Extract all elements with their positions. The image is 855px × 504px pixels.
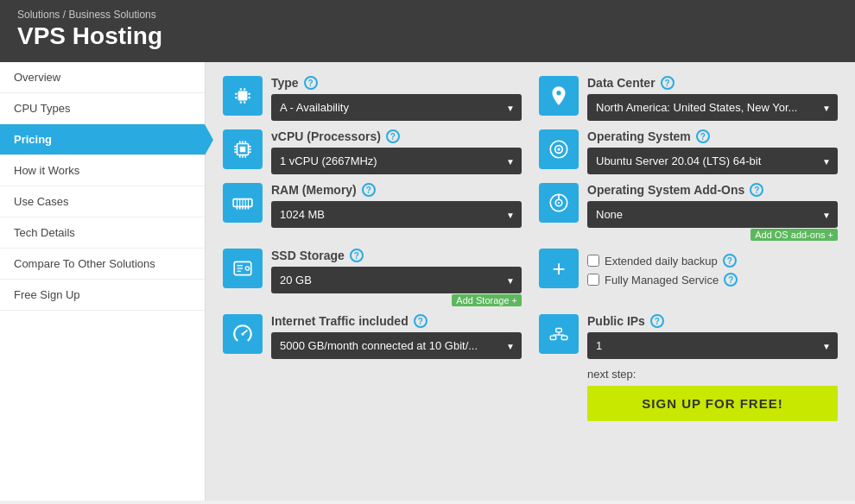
ssd-help-icon[interactable]: ? bbox=[350, 249, 364, 262]
ram-field: RAM (Memory) ? 512 MB 1024 MB 2048 MB bbox=[223, 183, 522, 240]
processor-icon bbox=[231, 138, 254, 161]
datacenter-icon bbox=[539, 76, 579, 116]
ram-icon bbox=[223, 183, 263, 223]
datacenter-select-wrapper: North America: United States, New Yor...… bbox=[587, 94, 838, 121]
ram-help-icon[interactable]: ? bbox=[362, 183, 376, 197]
traffic-select[interactable]: 5000 GB/month connected at 10 Gbit/... U… bbox=[271, 332, 522, 359]
extended-backup-checkbox[interactable] bbox=[587, 255, 599, 267]
right-bottom: Public IPs ? 1 2 3 bbox=[539, 314, 838, 421]
extras-icon: + bbox=[539, 249, 579, 288]
os-label-group: Operating System ? bbox=[587, 129, 838, 143]
next-step-label: next step: bbox=[587, 368, 838, 381]
svg-rect-5 bbox=[240, 88, 242, 90]
sidebar-item-free-signup[interactable]: Free Sign Up bbox=[0, 280, 205, 311]
ssd-icon bbox=[223, 249, 263, 288]
traffic-icon bbox=[223, 314, 263, 354]
os-help-icon[interactable]: ? bbox=[696, 129, 710, 143]
traffic-label-group: Internet Traffic included ? bbox=[271, 314, 522, 328]
signup-button[interactable]: SIGN UP FOR FREE! bbox=[587, 386, 838, 421]
sidebar-item-how-it-works[interactable]: How it Works bbox=[0, 155, 205, 186]
sidebar-item-tech-details[interactable]: Tech Details bbox=[0, 217, 205, 249]
ssd-body: SSD Storage ? 20 GB 40 GB 80 GB Add Stor… bbox=[271, 249, 522, 306]
type-select-wrapper: A - Availability B - Performance bbox=[271, 94, 522, 121]
os-icon bbox=[539, 129, 579, 169]
sidebar-item-compare[interactable]: Compare To Other Solutions bbox=[0, 249, 205, 280]
os-field: Operating System ? Ubuntu Server 20.04 (… bbox=[539, 129, 838, 174]
sidebar-item-pricing[interactable]: Pricing bbox=[0, 124, 205, 155]
os-disk-icon bbox=[548, 138, 570, 161]
ssd-add-link: Add Storage + bbox=[271, 295, 522, 306]
os-addons-select-wrapper: None cPanel Plesk bbox=[587, 201, 838, 228]
os-addons-select[interactable]: None cPanel Plesk bbox=[587, 201, 838, 228]
ssd-label: SSD Storage bbox=[271, 249, 345, 262]
svg-point-39 bbox=[558, 202, 560, 204]
os-addons-help-icon[interactable]: ? bbox=[750, 183, 763, 197]
type-label: Type bbox=[271, 76, 299, 90]
sidebar-item-overview[interactable]: Overview bbox=[0, 62, 205, 93]
os-addons-label: Operating System Add-Ons bbox=[587, 183, 744, 197]
storage-icon bbox=[231, 257, 254, 280]
svg-point-25 bbox=[557, 148, 560, 150]
ram-label-group: RAM (Memory) ? bbox=[271, 183, 522, 197]
os-select-wrapper: Ubuntu Server 20.04 (LTS) 64-bit CentOS … bbox=[587, 148, 838, 174]
public-ips-body: Public IPs ? 1 2 3 bbox=[587, 314, 838, 359]
type-help-icon[interactable]: ? bbox=[304, 76, 318, 90]
extras-field: + Extended daily backup ? Fully Managed … bbox=[539, 249, 838, 306]
traffic-select-wrapper: 5000 GB/month connected at 10 Gbit/... U… bbox=[271, 332, 522, 359]
memory-icon bbox=[231, 192, 254, 214]
public-ips-select[interactable]: 1 2 3 bbox=[587, 332, 838, 359]
managed-service-checkbox[interactable] bbox=[587, 274, 599, 286]
public-ips-label: Public IPs bbox=[587, 314, 645, 328]
vcpu-icon bbox=[223, 129, 263, 169]
svg-rect-8 bbox=[244, 102, 245, 104]
vcpu-body: vCPU (Processors) ? 1 vCPU (2667MHz) 2 v… bbox=[271, 129, 522, 174]
svg-rect-7 bbox=[240, 102, 242, 104]
type-label-group: Type ? bbox=[271, 76, 522, 90]
vcpu-select-wrapper: 1 vCPU (2667MHz) 2 vCPU 4 vCPU bbox=[271, 148, 522, 174]
ssd-select-wrapper: 20 GB 40 GB 80 GB bbox=[271, 267, 522, 293]
datacenter-body: Data Center ? North America: United Stat… bbox=[587, 76, 838, 121]
ssd-select[interactable]: 20 GB 40 GB 80 GB bbox=[271, 267, 522, 293]
vcpu-field: vCPU (Processors) ? 1 vCPU (2667MHz) 2 v… bbox=[223, 129, 522, 174]
ram-select-wrapper: 512 MB 1024 MB 2048 MB bbox=[271, 201, 522, 228]
form-grid: Type ? A - Availability B - Performance bbox=[223, 76, 838, 306]
extended-backup-help-icon[interactable]: ? bbox=[723, 254, 737, 268]
managed-service-item: Fully Managed Service ? bbox=[587, 273, 838, 287]
svg-rect-48 bbox=[550, 336, 556, 339]
breadcrumb-solutions: Solutions bbox=[17, 9, 60, 21]
network-icon bbox=[548, 323, 570, 345]
add-storage-button[interactable]: Add Storage + bbox=[452, 294, 522, 306]
datacenter-label-group: Data Center ? bbox=[587, 76, 838, 90]
main-layout: Overview CPU Types Pricing How it Works … bbox=[0, 62, 855, 501]
ssd-label-group: SSD Storage ? bbox=[271, 249, 522, 262]
vcpu-help-icon[interactable]: ? bbox=[386, 129, 400, 143]
public-ips-select-wrapper: 1 2 3 bbox=[587, 332, 838, 359]
managed-help-icon[interactable]: ? bbox=[724, 273, 738, 287]
add-os-addons-button[interactable]: Add OS add-ons + bbox=[750, 229, 838, 241]
public-ips-help-icon[interactable]: ? bbox=[650, 314, 664, 328]
traffic-help-icon[interactable]: ? bbox=[414, 314, 428, 328]
chip-icon bbox=[231, 85, 254, 107]
type-field: Type ? A - Availability B - Performance bbox=[223, 76, 522, 121]
vcpu-select[interactable]: 1 vCPU (2667MHz) 2 vCPU 4 vCPU bbox=[271, 148, 522, 174]
os-select[interactable]: Ubuntu Server 20.04 (LTS) 64-bit CentOS … bbox=[587, 148, 838, 174]
public-ips-label-group: Public IPs ? bbox=[587, 314, 838, 328]
datacenter-help-icon[interactable]: ? bbox=[661, 76, 674, 90]
os-addons-body: Operating System Add-Ons ? None cPanel P… bbox=[587, 183, 838, 240]
sidebar-item-use-cases[interactable]: Use Cases bbox=[0, 186, 205, 217]
traffic-body: Internet Traffic included ? 5000 GB/mont… bbox=[271, 314, 522, 359]
datacenter-select[interactable]: North America: United States, New Yor...… bbox=[587, 94, 838, 121]
svg-rect-1 bbox=[235, 93, 237, 95]
public-ips-icon bbox=[539, 314, 579, 354]
page-title: VPS Hosting bbox=[17, 22, 838, 50]
traffic-field: Internet Traffic included ? 5000 GB/mont… bbox=[223, 314, 522, 421]
svg-rect-49 bbox=[556, 329, 562, 332]
header: Solutions / Business Solutions VPS Hosti… bbox=[0, 0, 855, 62]
svg-rect-6 bbox=[244, 88, 245, 90]
next-step-section: next step: SIGN UP FOR FREE! bbox=[539, 368, 838, 421]
ram-select[interactable]: 512 MB 1024 MB 2048 MB bbox=[271, 201, 522, 228]
extended-backup-label: Extended daily backup bbox=[605, 255, 718, 268]
vcpu-label-group: vCPU (Processors) ? bbox=[271, 129, 522, 143]
type-select[interactable]: A - Availability B - Performance bbox=[271, 94, 522, 121]
sidebar-item-cpu-types[interactable]: CPU Types bbox=[0, 93, 205, 124]
